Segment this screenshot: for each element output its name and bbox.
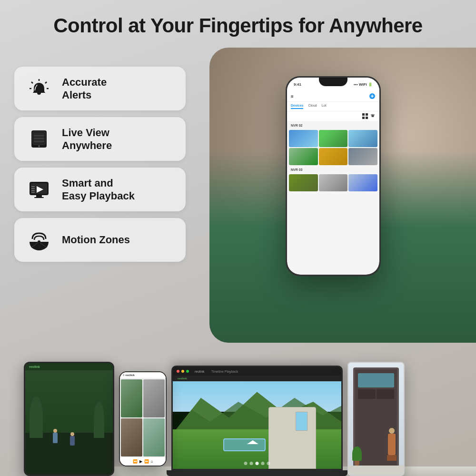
- svg-line-1: [31, 82, 33, 83]
- phone-signal: ▪▪▪ WiFi 🔋: [354, 82, 373, 87]
- nvr-02-label: NVR 02: [289, 123, 377, 128]
- cam-thumb-9: [348, 174, 377, 191]
- close-dot: [177, 370, 179, 373]
- door-plant: [352, 446, 362, 466]
- feature-accurate-alerts-text: AccurateAlerts: [62, 76, 107, 102]
- sp-content: [120, 378, 166, 457]
- svg-point-23: [38, 240, 40, 243]
- small-phone-device: ≡ reolink ⏪ ▶ ⏩ ⌂: [119, 371, 167, 466]
- nvr-03-grid: [289, 174, 377, 191]
- nav-devices[interactable]: Devices: [291, 104, 303, 109]
- door-panels: [358, 389, 394, 399]
- cam-thumb-4: [289, 148, 318, 165]
- door-ground: [348, 466, 404, 475]
- svg-line-2: [45, 82, 47, 83]
- nvr-03-label: NVR 03: [289, 167, 377, 172]
- playback-icon: [26, 176, 52, 203]
- laptop-title-text: reolink: [195, 370, 205, 373]
- tablet-view-icon: [26, 126, 52, 152]
- laptop-brand: reolink: [178, 377, 187, 380]
- laptop-main-view: [173, 381, 341, 469]
- small-phone-screen: ≡ reolink ⏪ ▶ ⏩ ⌂: [120, 372, 166, 466]
- hamburger-icon: ≡: [291, 94, 294, 99]
- phone-toolbar: [287, 111, 379, 121]
- laptop-control-dots: [244, 462, 270, 465]
- features-list: AccurateAlerts Live ViewAnywhere: [14, 67, 186, 262]
- tablet-device: reolink: [24, 362, 114, 476]
- svg-rect-17: [34, 197, 44, 198]
- door-person: [387, 428, 397, 461]
- svg-rect-30: [366, 117, 368, 119]
- sp-thumb-1: [121, 379, 142, 417]
- svg-rect-27: [362, 113, 365, 116]
- plus-circle-icon: [369, 93, 376, 99]
- sp-controls: ⏪ ▶ ⏩ ⌂: [120, 457, 166, 466]
- sp-icon-home: ⌂: [151, 459, 153, 464]
- tablet-screen: reolink: [25, 363, 113, 475]
- sp-row-1: [121, 379, 165, 417]
- svg-rect-28: [366, 113, 368, 116]
- svg-rect-29: [362, 117, 365, 119]
- phone-mockup: 9:41 ▪▪▪ WiFi 🔋 ≡ Devices Cloud Lot: [286, 76, 381, 276]
- sp-icon-1: ⏪: [133, 459, 138, 464]
- laptop-base: [167, 470, 347, 476]
- feature-live-view: Live ViewAnywhere: [14, 117, 186, 161]
- cam-thumb-1: [289, 130, 318, 147]
- header-section: Control at Your Fingertips for Anywhere: [0, 14, 476, 37]
- laptop-nav: reolink: [173, 376, 341, 381]
- svg-point-9: [38, 145, 40, 147]
- phone-menu-bar: ≡: [287, 91, 379, 102]
- sp-row-2: [121, 418, 165, 456]
- sp-thumb-4: [143, 418, 165, 456]
- person-figure-1: [50, 429, 60, 443]
- door-window: [358, 373, 394, 387]
- motion-zones-icon: [26, 227, 52, 253]
- cam-thumb-5: [319, 148, 348, 165]
- feature-accurate-alerts: AccurateAlerts: [14, 67, 186, 110]
- tablet-brand: reolink: [29, 365, 40, 368]
- toolbar-icons: [362, 113, 376, 119]
- maximize-dot: [186, 370, 189, 373]
- gear-icon: [370, 113, 376, 119]
- laptop-screen-content: reolink Timeline Playback reolink: [173, 367, 341, 469]
- laptop-device: reolink Timeline Playback reolink: [171, 366, 343, 476]
- tablet-content: [25, 370, 113, 475]
- page-title: Control at Your Fingertips for Anywhere: [0, 14, 476, 37]
- person-figure-2: [67, 432, 78, 446]
- phone-time: 9:41: [294, 82, 301, 87]
- nvr-02-grid: [289, 130, 377, 165]
- phone-nav: Devices Cloud Lot: [287, 102, 379, 111]
- alert-icon: [26, 75, 52, 102]
- feature-live-view-text: Live ViewAnywhere: [62, 126, 112, 152]
- cam-thumb-6: [348, 148, 377, 165]
- phone-camera-grid: NVR 02 NVR 03: [287, 121, 379, 193]
- svg-rect-16: [36, 195, 42, 197]
- phone-notch: [319, 78, 347, 86]
- sp-brand: ≡ reolink: [123, 374, 135, 377]
- cam-thumb-8: [319, 174, 348, 191]
- laptop-nav-items: Timeline Playback: [211, 370, 238, 373]
- phone-screen: 9:41 ▪▪▪ WiFi 🔋 ≡ Devices Cloud Lot: [287, 78, 379, 275]
- nav-cloud[interactable]: Cloud: [308, 104, 317, 109]
- sp-icon-2: ▶: [139, 459, 142, 464]
- sp-icon-3: ⏩: [144, 459, 149, 464]
- laptop-titlebar: reolink Timeline Playback: [173, 367, 341, 376]
- feature-motion-zones: Motion Zones: [14, 218, 186, 262]
- door-camera-device: [347, 362, 405, 476]
- svg-rect-10: [34, 133, 44, 143]
- feature-smart-playback: Smart andEasy Playback: [14, 168, 186, 211]
- nav-lot[interactable]: Lot: [322, 104, 327, 109]
- cam-thumb-7: [289, 174, 318, 191]
- sp-thumb-2: [143, 379, 165, 417]
- tablet-header: reolink: [25, 363, 113, 370]
- door-content: [348, 363, 404, 475]
- sp-header: ≡ reolink: [120, 372, 166, 378]
- feature-motion-zones-text: Motion Zones: [62, 233, 130, 247]
- sp-thumb-3: [121, 418, 142, 456]
- cam-thumb-2: [319, 130, 348, 147]
- feature-smart-playback-text: Smart andEasy Playback: [62, 177, 135, 203]
- grid-icon: [362, 113, 368, 119]
- devices-section: reolink: [24, 343, 476, 476]
- minimize-dot: [181, 370, 184, 373]
- laptop-screen: reolink Timeline Playback reolink: [171, 366, 343, 470]
